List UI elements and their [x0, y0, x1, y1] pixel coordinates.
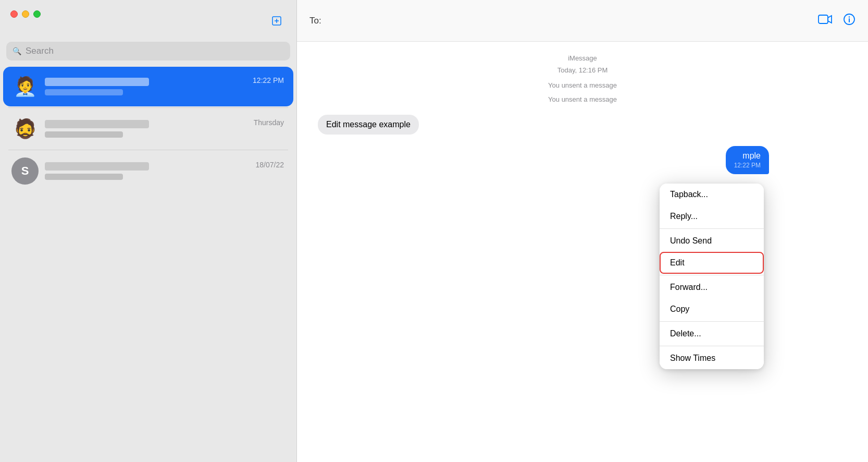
contact-name-bar	[45, 120, 149, 128]
sent-message-bubble: mple 12:22 PM	[726, 146, 769, 174]
message-preview-bar	[45, 131, 123, 138]
timestamp: Today, 12:16 PM	[557, 66, 608, 74]
conversation-list: 🧑‍💼 12:22 PM 🧔 Thursday S	[0, 66, 296, 462]
close-button[interactable]	[10, 10, 18, 18]
unsent-message-2: You unsent a message	[548, 95, 617, 103]
list-item[interactable]: S 18/07/22	[3, 151, 293, 191]
info-button[interactable]	[843, 13, 855, 29]
separator	[660, 346, 764, 346]
separator	[660, 275, 764, 275]
window-controls	[10, 10, 41, 18]
conversation-content	[45, 162, 285, 180]
avatar: 🧔	[11, 115, 39, 142]
conversation-content	[45, 120, 285, 138]
list-item[interactable]: 🧑‍💼 12:22 PM	[3, 67, 293, 106]
avatar: S	[11, 157, 39, 185]
search-icon: 🔍	[13, 47, 21, 55]
sidebar: 🔍 Search 🧑‍💼 12:22 PM 🧔 Thursday	[0, 0, 297, 462]
context-menu-overlay: mple 12:22 PM Tapback... Reply... Undo S…	[660, 146, 764, 364]
sent-message-time: 12:22 PM	[734, 162, 761, 169]
context-menu-tapback[interactable]: Tapback...	[660, 184, 764, 205]
video-call-button[interactable]	[818, 14, 833, 28]
main-header: To:	[297, 0, 868, 42]
avatar-emoji: 🧑‍💼	[14, 76, 37, 98]
chat-area: iMessage Today, 12:16 PM You unsent a me…	[297, 42, 868, 462]
context-menu-edit[interactable]: Edit	[660, 252, 764, 274]
received-message-bubble: Edit message example	[318, 115, 419, 135]
svg-point-6	[849, 16, 850, 17]
minimize-button[interactable]	[22, 10, 29, 18]
compose-button[interactable]	[267, 11, 286, 30]
contact-name-bar	[45, 78, 149, 86]
context-menu-forward[interactable]: Forward...	[660, 276, 764, 298]
avatar: 🧑‍💼	[11, 73, 39, 100]
unsent-message-1: You unsent a message	[548, 81, 617, 89]
to-label: To:	[309, 16, 321, 26]
message-preview-bar	[45, 174, 123, 180]
separator	[660, 228, 764, 229]
conversation-time: Thursday	[254, 118, 284, 127]
header-actions	[818, 13, 855, 29]
search-bar[interactable]: 🔍 Search	[6, 42, 290, 60]
search-placeholder: Search	[26, 46, 54, 56]
list-item[interactable]: 🧔 Thursday	[3, 109, 293, 149]
divider	[8, 107, 288, 108]
divider	[8, 150, 288, 150]
separator	[660, 321, 764, 322]
message-preview-bar	[45, 89, 123, 95]
context-menu-delete[interactable]: Delete...	[660, 323, 764, 345]
context-menu-reply[interactable]: Reply...	[660, 205, 764, 227]
conversation-content	[45, 78, 285, 95]
context-menu-undo-send[interactable]: Undo Send	[660, 230, 764, 252]
context-menu-show-times[interactable]: Show Times	[660, 347, 764, 369]
maximize-button[interactable]	[33, 10, 41, 18]
conversation-time: 18/07/22	[256, 161, 284, 169]
contact-name-bar	[45, 162, 149, 171]
sidebar-toolbar	[0, 0, 296, 42]
main-content: To: iMessage Today, 12:16 PM You unsent …	[297, 0, 868, 462]
avatar-letter: S	[21, 164, 29, 178]
svg-rect-3	[819, 15, 828, 23]
context-menu: Tapback... Reply... Undo Send Edit Forwa…	[660, 184, 764, 369]
context-menu-copy[interactable]: Copy	[660, 298, 764, 320]
service-label: iMessage	[568, 54, 597, 62]
received-message-row: Edit message example	[318, 115, 847, 135]
avatar-emoji: 🧔	[14, 118, 37, 140]
conversation-time: 12:22 PM	[253, 76, 284, 84]
